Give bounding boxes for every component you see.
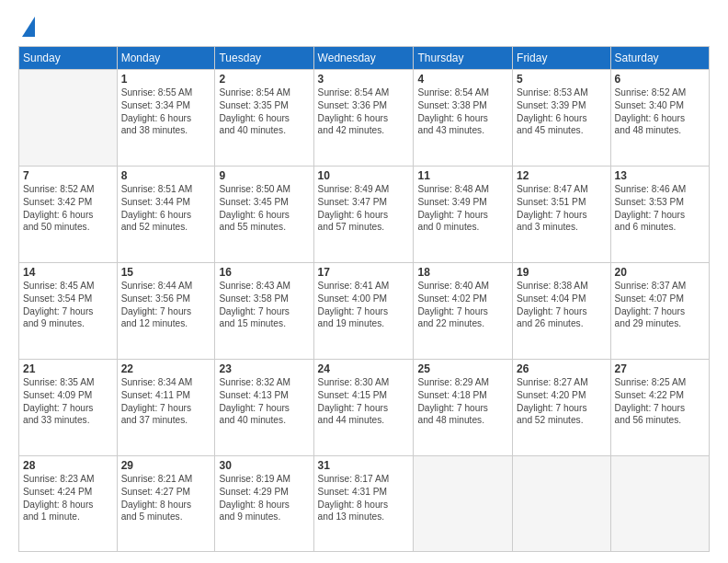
calendar-cell: 2Sunrise: 8:54 AM Sunset: 3:35 PM Daylig… — [215, 70, 313, 167]
week-row-5: 28Sunrise: 8:23 AM Sunset: 4:24 PM Dayli… — [19, 456, 710, 552]
day-info: Sunrise: 8:48 AM Sunset: 3:49 PM Dayligh… — [417, 183, 508, 234]
day-number: 31 — [318, 459, 410, 472]
day-info: Sunrise: 8:54 AM Sunset: 3:36 PM Dayligh… — [318, 86, 410, 137]
weekday-header-row: SundayMondayTuesdayWednesdayThursdayFrid… — [19, 47, 710, 70]
day-number: 21 — [23, 362, 113, 375]
calendar-cell: 23Sunrise: 8:32 AM Sunset: 4:13 PM Dayli… — [215, 360, 313, 456]
day-info: Sunrise: 8:49 AM Sunset: 3:47 PM Dayligh… — [318, 183, 410, 234]
calendar-cell: 4Sunrise: 8:54 AM Sunset: 3:38 PM Daylig… — [414, 70, 513, 167]
day-number: 20 — [615, 266, 705, 279]
day-info: Sunrise: 8:50 AM Sunset: 3:45 PM Dayligh… — [219, 183, 309, 234]
calendar-cell: 14Sunrise: 8:45 AM Sunset: 3:54 PM Dayli… — [19, 263, 118, 360]
day-info: Sunrise: 8:37 AM Sunset: 4:07 PM Dayligh… — [615, 280, 705, 330]
day-number: 9 — [219, 169, 309, 182]
day-number: 24 — [318, 362, 410, 375]
header — [18, 15, 710, 37]
day-number: 5 — [517, 73, 607, 86]
day-number: 17 — [318, 266, 410, 279]
calendar-cell — [414, 456, 513, 552]
day-info: Sunrise: 8:27 AM Sunset: 4:20 PM Dayligh… — [517, 376, 607, 427]
day-number: 7 — [23, 169, 113, 182]
calendar-cell: 8Sunrise: 8:51 AM Sunset: 3:44 PM Daylig… — [117, 167, 215, 263]
calendar-cell: 9Sunrise: 8:50 AM Sunset: 3:45 PM Daylig… — [215, 167, 313, 263]
day-number: 12 — [517, 169, 607, 182]
day-info: Sunrise: 8:21 AM Sunset: 4:27 PM Dayligh… — [121, 473, 211, 523]
calendar-cell: 3Sunrise: 8:54 AM Sunset: 3:36 PM Daylig… — [313, 70, 414, 167]
day-info: Sunrise: 8:32 AM Sunset: 4:13 PM Dayligh… — [219, 376, 309, 427]
calendar-cell: 26Sunrise: 8:27 AM Sunset: 4:20 PM Dayli… — [513, 360, 611, 456]
day-number: 30 — [219, 459, 309, 472]
day-number: 3 — [318, 73, 410, 86]
calendar-cell: 29Sunrise: 8:21 AM Sunset: 4:27 PM Dayli… — [117, 456, 215, 552]
day-info: Sunrise: 8:47 AM Sunset: 3:51 PM Dayligh… — [517, 183, 607, 234]
day-info: Sunrise: 8:54 AM Sunset: 3:38 PM Dayligh… — [417, 86, 508, 137]
day-info: Sunrise: 8:51 AM Sunset: 3:44 PM Dayligh… — [121, 183, 211, 234]
calendar-cell: 6Sunrise: 8:52 AM Sunset: 3:40 PM Daylig… — [610, 70, 709, 167]
day-number: 8 — [121, 169, 211, 182]
day-info: Sunrise: 8:29 AM Sunset: 4:18 PM Dayligh… — [417, 376, 508, 427]
day-number: 11 — [417, 169, 508, 182]
calendar-cell: 20Sunrise: 8:37 AM Sunset: 4:07 PM Dayli… — [610, 263, 709, 360]
calendar-cell: 19Sunrise: 8:38 AM Sunset: 4:04 PM Dayli… — [513, 263, 611, 360]
calendar-cell: 17Sunrise: 8:41 AM Sunset: 4:00 PM Dayli… — [313, 263, 414, 360]
day-number: 14 — [23, 266, 113, 279]
day-number: 2 — [219, 73, 309, 86]
day-info: Sunrise: 8:40 AM Sunset: 4:02 PM Dayligh… — [417, 280, 508, 330]
day-info: Sunrise: 8:30 AM Sunset: 4:15 PM Dayligh… — [318, 376, 410, 427]
day-info: Sunrise: 8:17 AM Sunset: 4:31 PM Dayligh… — [318, 473, 410, 523]
logo — [18, 15, 35, 37]
day-info: Sunrise: 8:46 AM Sunset: 3:53 PM Dayligh… — [615, 183, 705, 234]
day-info: Sunrise: 8:52 AM Sunset: 3:40 PM Dayligh… — [615, 86, 705, 137]
day-number: 29 — [121, 459, 211, 472]
week-row-3: 14Sunrise: 8:45 AM Sunset: 3:54 PM Dayli… — [19, 263, 710, 360]
day-number: 27 — [615, 362, 705, 375]
day-number: 1 — [121, 73, 211, 86]
day-info: Sunrise: 8:38 AM Sunset: 4:04 PM Dayligh… — [517, 280, 607, 330]
day-info: Sunrise: 8:41 AM Sunset: 4:00 PM Dayligh… — [318, 280, 410, 330]
day-info: Sunrise: 8:44 AM Sunset: 3:56 PM Dayligh… — [121, 280, 211, 330]
logo-triangle-icon — [22, 17, 35, 37]
calendar-cell: 25Sunrise: 8:29 AM Sunset: 4:18 PM Dayli… — [414, 360, 513, 456]
calendar-cell: 1Sunrise: 8:55 AM Sunset: 3:34 PM Daylig… — [117, 70, 215, 167]
weekday-header-saturday: Saturday — [610, 47, 709, 70]
day-number: 23 — [219, 362, 309, 375]
day-info: Sunrise: 8:19 AM Sunset: 4:29 PM Dayligh… — [219, 473, 309, 523]
day-info: Sunrise: 8:23 AM Sunset: 4:24 PM Dayligh… — [23, 473, 113, 523]
day-number: 28 — [23, 459, 113, 472]
day-number: 22 — [121, 362, 211, 375]
week-row-4: 21Sunrise: 8:35 AM Sunset: 4:09 PM Dayli… — [19, 360, 710, 456]
day-info: Sunrise: 8:54 AM Sunset: 3:35 PM Dayligh… — [219, 86, 309, 137]
day-number: 26 — [517, 362, 607, 375]
day-info: Sunrise: 8:34 AM Sunset: 4:11 PM Dayligh… — [121, 376, 211, 427]
day-number: 4 — [417, 73, 508, 86]
weekday-header-friday: Friday — [513, 47, 611, 70]
day-number: 15 — [121, 266, 211, 279]
calendar-cell: 11Sunrise: 8:48 AM Sunset: 3:49 PM Dayli… — [414, 167, 513, 263]
day-info: Sunrise: 8:55 AM Sunset: 3:34 PM Dayligh… — [121, 86, 211, 137]
calendar-cell: 27Sunrise: 8:25 AM Sunset: 4:22 PM Dayli… — [610, 360, 709, 456]
calendar-cell: 24Sunrise: 8:30 AM Sunset: 4:15 PM Dayli… — [313, 360, 414, 456]
day-number: 19 — [517, 266, 607, 279]
day-info: Sunrise: 8:45 AM Sunset: 3:54 PM Dayligh… — [23, 280, 113, 330]
calendar-cell: 13Sunrise: 8:46 AM Sunset: 3:53 PM Dayli… — [610, 167, 709, 263]
day-info: Sunrise: 8:25 AM Sunset: 4:22 PM Dayligh… — [615, 376, 705, 427]
calendar-cell — [513, 456, 611, 552]
day-number: 13 — [615, 169, 705, 182]
calendar-cell: 15Sunrise: 8:44 AM Sunset: 3:56 PM Dayli… — [117, 263, 215, 360]
day-number: 6 — [615, 73, 705, 86]
week-row-1: 1Sunrise: 8:55 AM Sunset: 3:34 PM Daylig… — [19, 70, 710, 167]
calendar-table: SundayMondayTuesdayWednesdayThursdayFrid… — [18, 46, 710, 552]
day-number: 25 — [417, 362, 508, 375]
calendar-cell: 22Sunrise: 8:34 AM Sunset: 4:11 PM Dayli… — [117, 360, 215, 456]
calendar-cell: 16Sunrise: 8:43 AM Sunset: 3:58 PM Dayli… — [215, 263, 313, 360]
calendar-cell: 28Sunrise: 8:23 AM Sunset: 4:24 PM Dayli… — [19, 456, 118, 552]
day-number: 10 — [318, 169, 410, 182]
weekday-header-tuesday: Tuesday — [215, 47, 313, 70]
day-info: Sunrise: 8:52 AM Sunset: 3:42 PM Dayligh… — [23, 183, 113, 234]
weekday-header-thursday: Thursday — [414, 47, 513, 70]
day-number: 18 — [417, 266, 508, 279]
weekday-header-wednesday: Wednesday — [313, 47, 414, 70]
calendar-cell: 7Sunrise: 8:52 AM Sunset: 3:42 PM Daylig… — [19, 167, 118, 263]
calendar-cell: 21Sunrise: 8:35 AM Sunset: 4:09 PM Dayli… — [19, 360, 118, 456]
day-number: 16 — [219, 266, 309, 279]
